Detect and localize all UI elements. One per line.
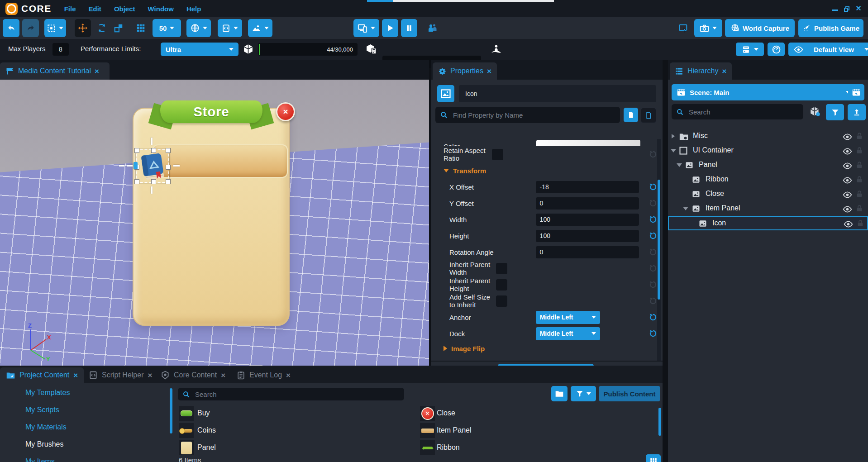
performance-limits-dropdown[interactable]: Ultra bbox=[161, 43, 238, 56]
sidebar-item-my-items[interactable]: My Items bbox=[25, 457, 55, 462]
asset-label-coins[interactable]: Coins bbox=[197, 426, 216, 434]
retain-aspect-ratio-checkbox[interactable] bbox=[492, 149, 503, 160]
section-transform[interactable]: Transform bbox=[431, 162, 657, 179]
content-search[interactable] bbox=[178, 388, 404, 400]
visibility-eye-icon[interactable] bbox=[843, 176, 852, 185]
grid-snap-button[interactable] bbox=[134, 19, 148, 37]
selection-handle[interactable] bbox=[134, 148, 139, 153]
anchor-dropdown[interactable]: Middle Left bbox=[536, 311, 600, 324]
reset-icon[interactable] bbox=[649, 313, 657, 321]
section-image-flip[interactable]: Image Flip bbox=[431, 342, 657, 355]
menu-edit[interactable]: Edit bbox=[89, 5, 101, 13]
reset-icon[interactable] bbox=[649, 281, 657, 289]
sidebar-item-my-scripts[interactable]: My Scripts bbox=[25, 406, 59, 414]
close-window-button[interactable]: × bbox=[853, 4, 864, 13]
hierarchy-row-item-panel[interactable]: Item Panel bbox=[668, 201, 868, 216]
hierarchy-export-button[interactable] bbox=[848, 104, 866, 120]
expanded-arrow-icon[interactable] bbox=[683, 207, 688, 210]
scene-manager-button[interactable] bbox=[848, 84, 864, 100]
menu-window[interactable]: Window bbox=[148, 5, 174, 13]
reset-icon[interactable] bbox=[649, 297, 657, 305]
hierarchy-row-close[interactable]: Close bbox=[668, 187, 868, 201]
reset-icon[interactable] bbox=[649, 183, 657, 191]
paste-properties-button[interactable] bbox=[641, 108, 656, 123]
inherit-parent-width-checkbox[interactable] bbox=[496, 263, 507, 274]
rotate-tool-button[interactable] bbox=[95, 19, 109, 37]
height-input[interactable]: 100 bbox=[536, 230, 639, 242]
collapsed-arrow-icon[interactable] bbox=[672, 134, 675, 138]
screenshot-dropdown[interactable] bbox=[694, 19, 722, 37]
scene-dropdown[interactable]: Scene: Main bbox=[672, 84, 855, 100]
terrain-dropdown[interactable] bbox=[248, 19, 272, 37]
sidebar-scrollbar-thumb[interactable] bbox=[170, 388, 172, 433]
reset-icon[interactable] bbox=[649, 329, 657, 338]
content-search-input[interactable] bbox=[194, 390, 400, 399]
grid-size-dropdown[interactable]: 50 bbox=[153, 19, 181, 37]
hierarchy-row-panel[interactable]: Panel bbox=[668, 158, 868, 172]
lock-icon[interactable] bbox=[855, 147, 863, 155]
copy-properties-button[interactable] bbox=[624, 108, 638, 122]
tab-hierarchy[interactable]: Hierarchy × bbox=[670, 62, 732, 80]
selection-handle[interactable] bbox=[166, 148, 171, 153]
open-folder-button[interactable] bbox=[551, 386, 568, 401]
property-search[interactable] bbox=[435, 107, 620, 123]
visibility-eye-icon[interactable] bbox=[843, 147, 852, 156]
close-tab-icon[interactable]: × bbox=[73, 372, 78, 379]
lock-icon[interactable] bbox=[855, 132, 863, 140]
dock-dropdown[interactable]: Middle Left bbox=[536, 327, 600, 340]
tab-core-content[interactable]: Core Content × bbox=[155, 367, 231, 383]
reset-icon[interactable] bbox=[649, 199, 657, 207]
hierarchy-row-ribbon[interactable]: Ribbon bbox=[668, 172, 868, 187]
asset-label-buy[interactable]: Buy bbox=[197, 409, 210, 417]
minimize-button[interactable] bbox=[829, 5, 841, 11]
store-close-button[interactable]: × bbox=[276, 102, 295, 121]
sidebar-item-my-templates[interactable]: My Templates bbox=[25, 389, 70, 397]
pause-button[interactable] bbox=[401, 19, 417, 37]
x-offset-input[interactable]: -18 bbox=[536, 181, 639, 193]
max-players-input[interactable]: 8 bbox=[52, 43, 69, 56]
scale-tool-button[interactable] bbox=[112, 19, 125, 37]
restore-button[interactable] bbox=[841, 5, 853, 12]
lock-icon[interactable] bbox=[855, 176, 863, 184]
viewport-3d-scene[interactable]: Z X Y Store × bbox=[0, 80, 429, 366]
tab-script-helper[interactable]: Script Helper × bbox=[83, 367, 158, 383]
visibility-eye-icon[interactable] bbox=[843, 205, 852, 214]
tab-event-log[interactable]: Event Log × bbox=[231, 367, 296, 383]
close-tab-icon[interactable]: × bbox=[722, 67, 726, 75]
close-tab-icon[interactable]: × bbox=[95, 67, 99, 75]
asset-thumbnail-panel[interactable] bbox=[179, 440, 194, 455]
expanded-arrow-icon[interactable] bbox=[677, 163, 682, 167]
object-name-field[interactable]: Icon bbox=[459, 85, 656, 102]
property-search-input[interactable] bbox=[452, 111, 615, 119]
select-tool-dropdown[interactable] bbox=[44, 19, 66, 37]
undo-button[interactable] bbox=[3, 19, 19, 37]
content-scrollbar-thumb[interactable] bbox=[658, 408, 661, 436]
move-tool-button-active[interactable] bbox=[75, 19, 91, 37]
asset-label-panel[interactable]: Panel bbox=[197, 443, 216, 452]
hierarchy-search-input[interactable] bbox=[688, 108, 799, 116]
selection-handle[interactable] bbox=[166, 179, 171, 184]
menu-help[interactable]: Help bbox=[186, 5, 201, 13]
tab-media-content-tutorial[interactable]: Media Content Tutorial × bbox=[0, 62, 110, 80]
properties-scrollbar[interactable] bbox=[657, 139, 661, 361]
asset-label-close[interactable]: Close bbox=[437, 409, 455, 417]
performance-monitor-button[interactable] bbox=[768, 43, 785, 56]
visibility-eye-icon[interactable] bbox=[843, 190, 852, 200]
hierarchy-search[interactable] bbox=[672, 104, 803, 119]
server-dropdown[interactable] bbox=[736, 43, 764, 56]
asset-thumbnail-close[interactable]: × bbox=[420, 406, 435, 421]
lock-icon[interactable] bbox=[856, 219, 864, 228]
close-tab-icon[interactable]: × bbox=[148, 372, 152, 379]
tab-properties[interactable]: Properties × bbox=[433, 62, 497, 80]
selection-handle[interactable] bbox=[151, 179, 156, 184]
world-capture-button[interactable]: World Capture bbox=[725, 19, 795, 37]
color-swatch[interactable] bbox=[536, 140, 640, 146]
script-dropdown[interactable] bbox=[218, 19, 242, 37]
reset-icon[interactable] bbox=[649, 150, 657, 158]
add-self-size-checkbox[interactable] bbox=[496, 295, 507, 307]
reset-icon[interactable] bbox=[649, 248, 657, 256]
publish-content-button[interactable]: Publish Content bbox=[599, 386, 660, 401]
sidebar-item-my-materials[interactable]: My Materials bbox=[25, 423, 67, 431]
asset-thumbnail-ribbon[interactable] bbox=[420, 440, 435, 455]
grid-view-button[interactable] bbox=[646, 454, 661, 462]
